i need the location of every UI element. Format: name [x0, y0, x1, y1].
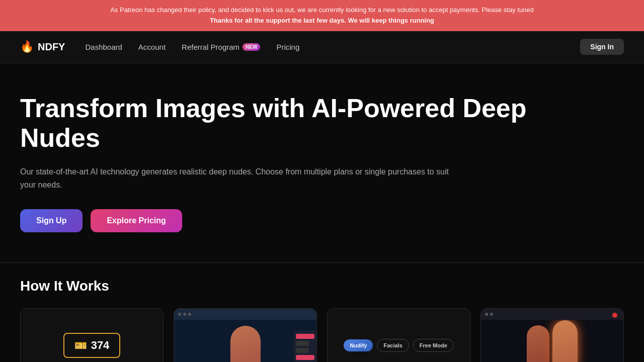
mock-img-area	[174, 320, 316, 362]
how-it-works-section: How It Works 🎫 374 Get some credits	[0, 278, 644, 362]
mock-dot-2	[183, 313, 186, 316]
nav-dashboard[interactable]: Dashboard	[85, 43, 122, 51]
card-upload-image	[174, 309, 316, 362]
hero-section: Transform Images with AI-Powered Deep Nu…	[0, 63, 553, 253]
mock-dot-1	[178, 313, 181, 316]
hero-description: Our state-of-the-art AI technology gener…	[20, 165, 453, 191]
banner-line2: Thanks for all the support the last few …	[10, 16, 634, 26]
result-figure-2	[552, 320, 578, 362]
result-top-bar	[481, 309, 623, 320]
hero-title: Transform Images with AI-Powered Deep Nu…	[20, 94, 533, 154]
nav-pricing[interactable]: Pricing	[276, 43, 299, 51]
logo-icon: 🔥	[20, 40, 34, 53]
how-cards-grid: 🎫 374 Get some credits	[20, 308, 624, 362]
nav-links: Dashboard Account Referral Program NEW P…	[85, 43, 580, 51]
announcement-banner: As Patreon has changed their policy, and…	[0, 0, 644, 31]
how-it-works-title: How It Works	[20, 278, 624, 294]
mock-dot-3	[188, 313, 191, 316]
preset-chip-freemode: Free Mode	[413, 339, 454, 352]
figure-preview	[230, 326, 261, 362]
preset-chip-facials: Facials	[377, 339, 409, 352]
result-dot-2	[490, 313, 493, 316]
result-mockup	[481, 309, 623, 362]
card-upload: Upload Your Image	[174, 308, 317, 362]
credits-icon: 🎫	[74, 339, 87, 351]
logo-text: NDFY	[38, 41, 65, 53]
nav-referral[interactable]: Referral Program NEW	[182, 43, 260, 51]
card-result-image	[481, 309, 623, 362]
result-dot-1	[485, 313, 488, 316]
sidebar-mock	[294, 331, 316, 362]
section-divider	[0, 262, 644, 263]
sign-in-button[interactable]: Sign In	[580, 39, 624, 55]
preset-mockup: Nudify Facials Free Mode	[328, 309, 470, 362]
upload-mockup	[174, 309, 316, 362]
card-credits-image: 🎫 374	[21, 309, 163, 362]
nav-referral-label: Referral Program	[182, 43, 239, 51]
result-figure-1	[527, 325, 549, 362]
card-preset: Nudify Facials Free Mode Select a preset…	[327, 308, 470, 362]
mock-header	[174, 309, 316, 320]
card-credits: 🎫 374 Get some credits	[20, 308, 164, 362]
hero-buttons: Sign Up Explore Pricing	[20, 209, 533, 232]
credits-mockup: 🎫 374	[21, 309, 163, 362]
card-result: Process and Receive Your Result in Secon…	[480, 308, 624, 362]
explore-pricing-button[interactable]: Explore Pricing	[91, 209, 182, 232]
credits-badge: 🎫 374	[63, 333, 121, 358]
sidebar-item-4	[296, 355, 314, 360]
navbar: 🔥 NDFY Dashboard Account Referral Progra…	[0, 31, 644, 63]
card-preset-image: Nudify Facials Free Mode	[328, 309, 470, 362]
credits-amount: 374	[91, 339, 110, 352]
banner-line1: As Patreon has changed their policy, and…	[10, 5, 634, 16]
signup-button[interactable]: Sign Up	[20, 209, 83, 232]
nav-account[interactable]: Account	[138, 43, 166, 51]
preset-chip-nudify: Nudify	[344, 339, 373, 351]
sidebar-item-1	[296, 334, 314, 339]
sidebar-item-2	[296, 341, 309, 346]
referral-badge: NEW	[243, 43, 260, 51]
sidebar-item-3	[296, 348, 309, 353]
logo[interactable]: 🔥 NDFY	[20, 40, 65, 53]
result-figures	[527, 320, 578, 362]
